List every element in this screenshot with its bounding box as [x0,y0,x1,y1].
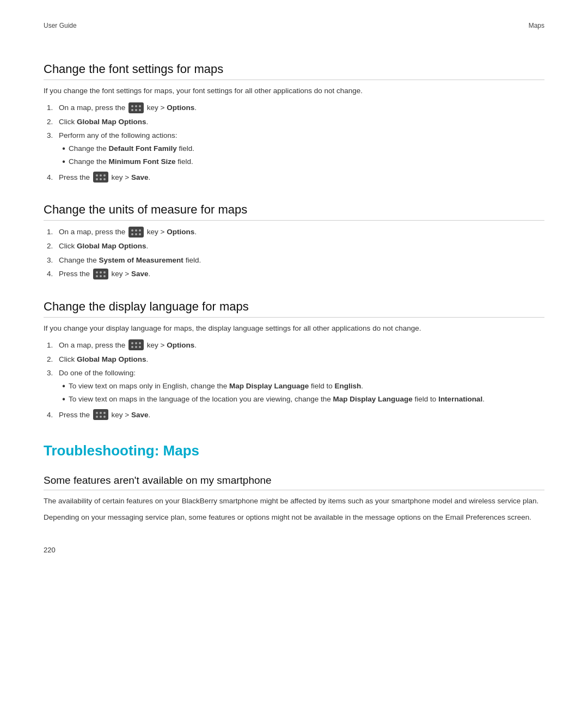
svg-point-34 [139,346,141,348]
svg-rect-35 [93,409,108,420]
step-2-1: 1. On a map, press the key > Options. [44,226,544,238]
bullet-1-3-1: • Change the Default Font Family field. [59,143,544,155]
svg-point-1 [131,105,133,107]
bb-key-icon [127,341,145,349]
svg-rect-14 [128,227,144,238]
step-1-1: 1. On a map, press the key > Options. [44,102,544,114]
svg-point-23 [100,271,102,273]
troubleshooting-para-1: The availability of certain features on … [44,496,544,507]
svg-point-11 [96,178,98,180]
section-display-language-title: Change the display language for maps [44,300,544,318]
svg-point-12 [100,178,102,180]
section-display-language-intro: If you change your display language for … [44,323,544,334]
step-2-2: 2. Click Global Map Options. [44,240,544,252]
section-font-settings: Change the font settings for maps If you… [44,62,544,183]
page-header: User Guide Maps [44,22,544,29]
header-right: Maps [529,22,544,29]
svg-point-18 [131,233,133,235]
svg-point-17 [139,229,141,232]
troubleshooting-title: Troubleshooting: Maps [44,442,544,459]
svg-point-41 [103,416,106,418]
svg-point-22 [96,271,98,273]
step-3-2: 2. Click Global Map Options. [44,354,544,366]
svg-point-27 [103,275,106,277]
step-3-4: 4. Press the key > Save. [44,409,544,421]
section-units-measure-title: Change the units of measure for maps [44,203,544,221]
svg-point-2 [135,105,137,107]
svg-point-9 [100,174,102,176]
svg-rect-28 [128,339,144,350]
svg-point-3 [139,105,141,107]
svg-point-38 [103,412,106,414]
section-units-measure: Change the units of measure for maps 1. … [44,203,544,279]
step-1-4: 4. Press the key > Save. [44,172,544,184]
troubleshooting-subsection: Some features aren't available on my sma… [44,474,544,524]
section-font-settings-intro: If you change the font settings for maps… [44,86,544,96]
step-1-2: 2. Click Global Map Options. [44,116,544,128]
svg-rect-0 [128,102,144,113]
svg-point-30 [135,342,137,344]
step-2-4: 4. Press the key > Save. [44,268,544,280]
svg-point-39 [96,416,98,418]
section-display-language: Change the display language for maps If … [44,300,544,421]
step-3-3-bullets: • To view text on maps only in English, … [59,380,544,406]
svg-point-15 [131,229,133,232]
svg-point-16 [135,229,137,232]
svg-point-26 [100,275,102,277]
svg-point-19 [135,233,137,235]
step-3-1: 1. On a map, press the key > Options. [44,339,544,351]
svg-point-36 [96,412,98,414]
section-display-language-steps: 1. On a map, press the key > Options. 2.… [44,339,544,421]
svg-rect-21 [93,269,108,279]
header-left: User Guide [44,22,77,29]
svg-point-37 [100,412,102,414]
svg-point-13 [103,178,106,180]
svg-point-29 [131,342,133,344]
bullet-1-3-2: • Change the Minimum Font Size field. [59,156,544,168]
section-units-measure-steps: 1. On a map, press the key > Options. 2.… [44,226,544,279]
footer-page-number: 220 [44,546,56,554]
svg-rect-7 [93,172,108,182]
svg-point-4 [131,109,133,111]
troubleshooting-subsection-title: Some features aren't available on my sma… [44,474,544,490]
bullet-3-3-1: • To view text on maps only in English, … [59,380,544,392]
bb-key-icon [127,228,145,236]
bb-key-icon [92,270,109,278]
step-1-3: 3. Perform any of the following actions:… [44,130,544,169]
svg-point-6 [139,109,141,111]
step-3-3: 3. Do one of the following: • To view te… [44,367,544,406]
svg-point-25 [96,275,98,277]
bb-key-icon [92,411,109,419]
troubleshooting-section: Troubleshooting: Maps Some features aren… [44,442,544,524]
svg-point-5 [135,109,137,111]
svg-point-20 [139,233,141,235]
bullet-3-3-2: • To view text on maps in the language o… [59,393,544,405]
svg-point-33 [135,346,137,348]
section-font-settings-title: Change the font settings for maps [44,62,544,80]
step-2-3: 3. Change the System of Measurement fiel… [44,254,544,266]
step-1-3-bullets: • Change the Default Font Family field. … [59,143,544,168]
svg-point-24 [103,271,106,273]
troubleshooting-para-2: Depending on your messaging service plan… [44,512,544,523]
bb-key-icon [92,173,109,181]
page-container: User Guide Maps Change the font settings… [0,0,588,576]
svg-point-32 [131,346,133,348]
svg-point-40 [100,416,102,418]
bb-key-icon [127,104,145,112]
svg-point-8 [96,174,98,176]
svg-point-31 [139,342,141,344]
section-font-settings-steps: 1. On a map, press the key > Options. 2.… [44,102,544,183]
svg-point-10 [103,174,106,176]
